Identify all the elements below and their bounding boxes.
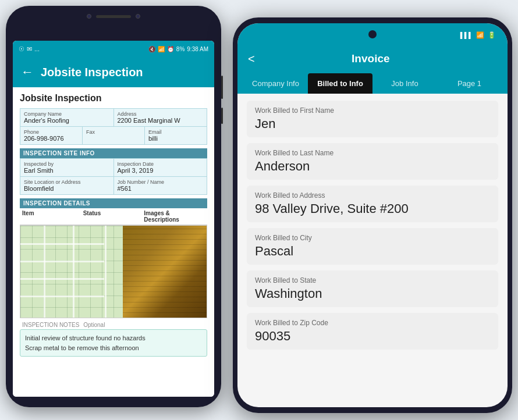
- map-container: [20, 225, 207, 318]
- power-button: [221, 108, 223, 124]
- notes-section: INSPECTION NOTES Optional Initial review…: [20, 322, 207, 357]
- tabs-bar: Company Info Billed to Info Job Info Pag…: [237, 73, 508, 94]
- tab-page-1[interactable]: Page 1: [437, 73, 502, 94]
- inspected-by-cell: Inspected by Earl Smith: [20, 159, 114, 176]
- col-item: Item: [22, 210, 83, 223]
- back-arrow-left[interactable]: ←: [21, 65, 34, 80]
- company-name-cell: Company Name Ander's Roofing: [20, 109, 114, 126]
- address-label: Address: [118, 111, 204, 117]
- phone-left: ☉ ✉ ... 🔇 📶 ⏰ 8% 9:38 AM ← Jobsite Inspe…: [6, 6, 221, 407]
- road-h4: [20, 296, 104, 297]
- invoice-content: Work Billed to First Name Jen Work Bille…: [237, 94, 508, 398]
- status-icons-left: ☉ ✉ ...: [19, 45, 40, 53]
- phone-label: Phone: [24, 129, 79, 135]
- time-display: 9:38 AM: [187, 46, 208, 52]
- road-v1: [44, 226, 45, 318]
- field-label-state: Work Billed to State: [255, 276, 490, 284]
- battery-icon-right: 🔋: [488, 31, 496, 39]
- road-h2: [20, 261, 104, 262]
- punch-hole-camera: [368, 30, 377, 38]
- inspection-title: Jobsite Inspection: [20, 93, 207, 104]
- battery-percent: 8%: [176, 46, 185, 52]
- status-bar-left: ☉ ✉ ... 🔇 📶 ⏰ 8% 9:38 AM: [13, 41, 214, 57]
- back-arrow-right[interactable]: <: [248, 52, 255, 66]
- field-address: Work Billed to Address 98 Valley Drive, …: [247, 186, 498, 222]
- field-value-last-name[interactable]: Anderson: [255, 159, 490, 174]
- job-number-value: #561: [118, 185, 132, 192]
- field-label-last-name: Work Billed to Last Name: [255, 149, 490, 157]
- inspected-by-value: Earl Smith: [24, 167, 54, 174]
- email-value: billi: [148, 135, 158, 142]
- fax-label: Fax: [86, 129, 141, 135]
- field-value-zip[interactable]: 90035: [255, 329, 490, 344]
- front-camera-left: [87, 14, 91, 19]
- tab-company-info[interactable]: Company Info: [243, 73, 308, 94]
- field-value-city[interactable]: Pascal: [255, 244, 490, 259]
- tab-job-info[interactable]: Job Info: [372, 73, 437, 94]
- road-v2: [73, 226, 74, 318]
- field-zip: Work Billed to Zip Code 90035: [247, 313, 498, 350]
- site-location-value: Bloomfield: [24, 185, 54, 192]
- phone-right: ▌▌▌ 📶 🔋 < Invoice Company Info Billed to…: [233, 17, 512, 413]
- left-phone-content: Jobsite Inspection Company Name Ander's …: [13, 87, 214, 397]
- company-name-value: Ander's Roofing: [24, 117, 69, 124]
- field-city: Work Billed to City Pascal: [247, 228, 498, 265]
- road-v3: [105, 226, 107, 318]
- email-label: Email: [148, 129, 203, 135]
- notes-content[interactable]: Initial review of structure found no haz…: [20, 329, 207, 357]
- field-value-state[interactable]: Washington: [255, 286, 490, 301]
- volume-button: [221, 76, 223, 99]
- speaker-left: [96, 15, 131, 18]
- company-name-label: Company Name: [24, 111, 110, 117]
- wifi-signal-icon: 📶: [158, 46, 165, 52]
- site-location-cell: Site Location or Address Bloomfield: [20, 177, 114, 194]
- field-value-address[interactable]: 98 Valley Drive, Suite #200: [255, 201, 490, 216]
- invoice-title: Invoice: [262, 52, 480, 65]
- phone-cell: Phone 206-998-9076: [20, 127, 83, 144]
- wifi-icon-right: 📶: [476, 31, 484, 39]
- road-h3: [20, 278, 104, 280]
- inspector-row: Inspected by Earl Smith Inspection Date …: [20, 158, 207, 177]
- phone-left-notch: [87, 14, 140, 19]
- col-images: Images & Descriptions: [144, 210, 205, 223]
- tab-billed-to-info[interactable]: Billed to Info: [308, 73, 372, 94]
- mute-icon: 🔇: [148, 46, 155, 52]
- table-header: Item Status Images & Descriptions: [20, 208, 207, 225]
- site-location-label: Site Location or Address: [24, 179, 110, 185]
- inspected-by-label: Inspected by: [24, 161, 110, 167]
- inspection-date-value: April 3, 2019: [118, 167, 154, 174]
- phone-value: 206-998-9076: [24, 135, 64, 142]
- field-value-first-name[interactable]: Jen: [255, 116, 490, 131]
- inspection-site-header: INSPECTION SITE INFO: [20, 148, 207, 158]
- inspection-date-cell: Inspection Date April 3, 2019: [114, 159, 207, 176]
- clock-icon: ⏰: [167, 46, 174, 52]
- address-cell: Address 2200 East Marginal W: [114, 109, 207, 126]
- inspection-date-label: Inspection Date: [118, 161, 204, 167]
- site-row: Site Location or Address Bloomfield Job …: [20, 177, 207, 195]
- address-value: 2200 East Marginal W: [118, 117, 180, 124]
- signal-bars-icon: ▌▌▌: [460, 32, 473, 38]
- col-status: Status: [83, 210, 144, 223]
- job-number-label: Job Number / Name: [118, 179, 204, 185]
- menu-dots: ...: [34, 45, 40, 52]
- phone-left-screen: ☉ ✉ ... 🔇 📶 ⏰ 8% 9:38 AM ← Jobsite Inspe…: [13, 41, 214, 397]
- phone-right-topbar: < Invoice: [237, 44, 508, 73]
- field-label-zip: Work Billed to Zip Code: [255, 319, 490, 327]
- field-label-address: Work Billed to Address: [255, 191, 490, 200]
- status-icons-right2: ▌▌▌ 📶 🔋: [460, 31, 496, 39]
- company-row: Company Name Ander's Roofing Address 220…: [20, 108, 207, 127]
- road-h1: [20, 243, 104, 245]
- field-last-name: Work Billed to Last Name Anderson: [247, 143, 498, 180]
- job-number-cell: Job Number / Name #561: [114, 177, 207, 194]
- inspection-details-header: INSPECTION DETAILS: [20, 198, 207, 208]
- phone-row: Phone 206-998-9076 Fax Email billi: [20, 127, 207, 145]
- field-state: Work Billed to State Washington: [247, 270, 498, 307]
- fax-cell: Fax: [83, 127, 145, 144]
- field-first-name: Work Billed to First Name Jen: [247, 101, 498, 137]
- wood-photo: [123, 226, 207, 318]
- mail-icon: ✉: [27, 45, 32, 53]
- status-icons-right: 🔇 📶 ⏰ 8% 9:38 AM: [148, 46, 208, 52]
- notes-label: INSPECTION NOTES Optional: [20, 322, 207, 328]
- phone-right-screen: ▌▌▌ 📶 🔋 < Invoice Company Info Billed to…: [237, 23, 508, 407]
- wood-texture: [123, 226, 207, 318]
